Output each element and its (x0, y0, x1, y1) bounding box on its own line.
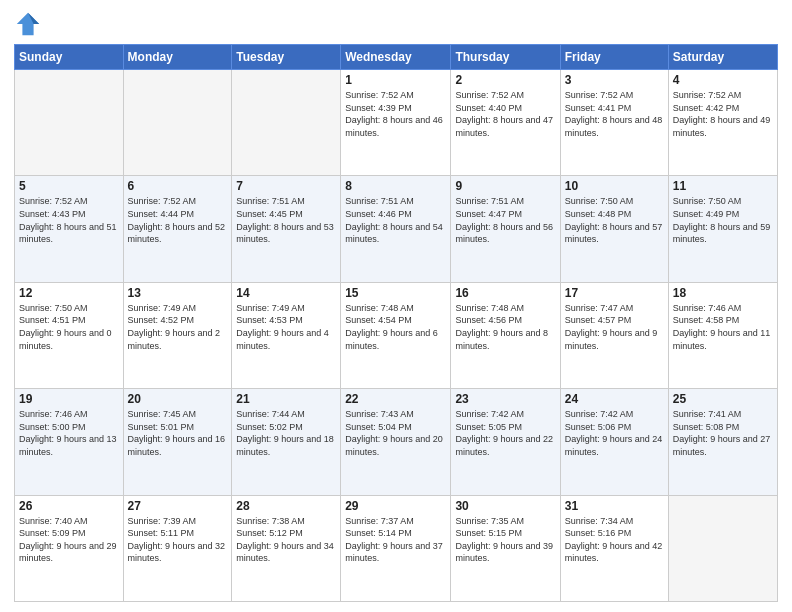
column-header-sunday: Sunday (15, 45, 124, 70)
calendar-cell (232, 70, 341, 176)
cell-content: Sunrise: 7:46 AM Sunset: 5:00 PM Dayligh… (19, 408, 119, 458)
day-number: 6 (128, 179, 228, 193)
calendar-cell: 10Sunrise: 7:50 AM Sunset: 4:48 PM Dayli… (560, 176, 668, 282)
day-number: 11 (673, 179, 773, 193)
day-number: 3 (565, 73, 664, 87)
calendar-cell: 16Sunrise: 7:48 AM Sunset: 4:56 PM Dayli… (451, 282, 560, 388)
cell-content: Sunrise: 7:50 AM Sunset: 4:49 PM Dayligh… (673, 195, 773, 245)
logo (14, 10, 46, 38)
day-number: 4 (673, 73, 773, 87)
logo-icon (14, 10, 42, 38)
calendar-cell: 7Sunrise: 7:51 AM Sunset: 4:45 PM Daylig… (232, 176, 341, 282)
day-number: 27 (128, 499, 228, 513)
calendar-cell: 12Sunrise: 7:50 AM Sunset: 4:51 PM Dayli… (15, 282, 124, 388)
calendar-cell: 1Sunrise: 7:52 AM Sunset: 4:39 PM Daylig… (341, 70, 451, 176)
calendar-cell: 14Sunrise: 7:49 AM Sunset: 4:53 PM Dayli… (232, 282, 341, 388)
calendar-cell: 25Sunrise: 7:41 AM Sunset: 5:08 PM Dayli… (668, 389, 777, 495)
calendar-cell: 3Sunrise: 7:52 AM Sunset: 4:41 PM Daylig… (560, 70, 668, 176)
cell-content: Sunrise: 7:52 AM Sunset: 4:40 PM Dayligh… (455, 89, 555, 139)
day-number: 9 (455, 179, 555, 193)
calendar-cell: 11Sunrise: 7:50 AM Sunset: 4:49 PM Dayli… (668, 176, 777, 282)
calendar-cell: 22Sunrise: 7:43 AM Sunset: 5:04 PM Dayli… (341, 389, 451, 495)
calendar-cell: 28Sunrise: 7:38 AM Sunset: 5:12 PM Dayli… (232, 495, 341, 601)
day-number: 14 (236, 286, 336, 300)
column-header-friday: Friday (560, 45, 668, 70)
day-number: 25 (673, 392, 773, 406)
cell-content: Sunrise: 7:49 AM Sunset: 4:52 PM Dayligh… (128, 302, 228, 352)
calendar-cell: 27Sunrise: 7:39 AM Sunset: 5:11 PM Dayli… (123, 495, 232, 601)
day-number: 8 (345, 179, 446, 193)
cell-content: Sunrise: 7:37 AM Sunset: 5:14 PM Dayligh… (345, 515, 446, 565)
day-number: 26 (19, 499, 119, 513)
cell-content: Sunrise: 7:51 AM Sunset: 4:46 PM Dayligh… (345, 195, 446, 245)
calendar-cell: 5Sunrise: 7:52 AM Sunset: 4:43 PM Daylig… (15, 176, 124, 282)
cell-content: Sunrise: 7:50 AM Sunset: 4:48 PM Dayligh… (565, 195, 664, 245)
day-number: 31 (565, 499, 664, 513)
calendar-cell: 21Sunrise: 7:44 AM Sunset: 5:02 PM Dayli… (232, 389, 341, 495)
day-number: 15 (345, 286, 446, 300)
calendar-cell: 30Sunrise: 7:35 AM Sunset: 5:15 PM Dayli… (451, 495, 560, 601)
cell-content: Sunrise: 7:52 AM Sunset: 4:42 PM Dayligh… (673, 89, 773, 139)
column-header-tuesday: Tuesday (232, 45, 341, 70)
column-header-thursday: Thursday (451, 45, 560, 70)
cell-content: Sunrise: 7:39 AM Sunset: 5:11 PM Dayligh… (128, 515, 228, 565)
cell-content: Sunrise: 7:41 AM Sunset: 5:08 PM Dayligh… (673, 408, 773, 458)
cell-content: Sunrise: 7:42 AM Sunset: 5:05 PM Dayligh… (455, 408, 555, 458)
cell-content: Sunrise: 7:34 AM Sunset: 5:16 PM Dayligh… (565, 515, 664, 565)
cell-content: Sunrise: 7:49 AM Sunset: 4:53 PM Dayligh… (236, 302, 336, 352)
cell-content: Sunrise: 7:44 AM Sunset: 5:02 PM Dayligh… (236, 408, 336, 458)
day-number: 23 (455, 392, 555, 406)
day-number: 30 (455, 499, 555, 513)
calendar-cell (15, 70, 124, 176)
header-row: SundayMondayTuesdayWednesdayThursdayFrid… (15, 45, 778, 70)
day-number: 1 (345, 73, 446, 87)
calendar-cell: 31Sunrise: 7:34 AM Sunset: 5:16 PM Dayli… (560, 495, 668, 601)
cell-content: Sunrise: 7:50 AM Sunset: 4:51 PM Dayligh… (19, 302, 119, 352)
day-number: 12 (19, 286, 119, 300)
cell-content: Sunrise: 7:48 AM Sunset: 4:54 PM Dayligh… (345, 302, 446, 352)
calendar: SundayMondayTuesdayWednesdayThursdayFrid… (14, 44, 778, 602)
column-header-saturday: Saturday (668, 45, 777, 70)
calendar-cell: 4Sunrise: 7:52 AM Sunset: 4:42 PM Daylig… (668, 70, 777, 176)
day-number: 20 (128, 392, 228, 406)
day-number: 7 (236, 179, 336, 193)
calendar-week-4: 26Sunrise: 7:40 AM Sunset: 5:09 PM Dayli… (15, 495, 778, 601)
page: SundayMondayTuesdayWednesdayThursdayFrid… (0, 0, 792, 612)
day-number: 2 (455, 73, 555, 87)
day-number: 13 (128, 286, 228, 300)
cell-content: Sunrise: 7:35 AM Sunset: 5:15 PM Dayligh… (455, 515, 555, 565)
cell-content: Sunrise: 7:48 AM Sunset: 4:56 PM Dayligh… (455, 302, 555, 352)
cell-content: Sunrise: 7:38 AM Sunset: 5:12 PM Dayligh… (236, 515, 336, 565)
cell-content: Sunrise: 7:51 AM Sunset: 4:45 PM Dayligh… (236, 195, 336, 245)
cell-content: Sunrise: 7:52 AM Sunset: 4:41 PM Dayligh… (565, 89, 664, 139)
calendar-week-0: 1Sunrise: 7:52 AM Sunset: 4:39 PM Daylig… (15, 70, 778, 176)
calendar-cell: 26Sunrise: 7:40 AM Sunset: 5:09 PM Dayli… (15, 495, 124, 601)
calendar-cell (668, 495, 777, 601)
calendar-week-1: 5Sunrise: 7:52 AM Sunset: 4:43 PM Daylig… (15, 176, 778, 282)
day-number: 24 (565, 392, 664, 406)
cell-content: Sunrise: 7:43 AM Sunset: 5:04 PM Dayligh… (345, 408, 446, 458)
cell-content: Sunrise: 7:45 AM Sunset: 5:01 PM Dayligh… (128, 408, 228, 458)
cell-content: Sunrise: 7:40 AM Sunset: 5:09 PM Dayligh… (19, 515, 119, 565)
cell-content: Sunrise: 7:52 AM Sunset: 4:43 PM Dayligh… (19, 195, 119, 245)
day-number: 22 (345, 392, 446, 406)
day-number: 19 (19, 392, 119, 406)
calendar-cell: 19Sunrise: 7:46 AM Sunset: 5:00 PM Dayli… (15, 389, 124, 495)
cell-content: Sunrise: 7:52 AM Sunset: 4:39 PM Dayligh… (345, 89, 446, 139)
day-number: 10 (565, 179, 664, 193)
calendar-cell: 6Sunrise: 7:52 AM Sunset: 4:44 PM Daylig… (123, 176, 232, 282)
column-header-monday: Monday (123, 45, 232, 70)
calendar-cell: 29Sunrise: 7:37 AM Sunset: 5:14 PM Dayli… (341, 495, 451, 601)
calendar-cell: 23Sunrise: 7:42 AM Sunset: 5:05 PM Dayli… (451, 389, 560, 495)
calendar-cell (123, 70, 232, 176)
cell-content: Sunrise: 7:52 AM Sunset: 4:44 PM Dayligh… (128, 195, 228, 245)
calendar-cell: 9Sunrise: 7:51 AM Sunset: 4:47 PM Daylig… (451, 176, 560, 282)
calendar-cell: 13Sunrise: 7:49 AM Sunset: 4:52 PM Dayli… (123, 282, 232, 388)
cell-content: Sunrise: 7:46 AM Sunset: 4:58 PM Dayligh… (673, 302, 773, 352)
calendar-cell: 18Sunrise: 7:46 AM Sunset: 4:58 PM Dayli… (668, 282, 777, 388)
calendar-cell: 8Sunrise: 7:51 AM Sunset: 4:46 PM Daylig… (341, 176, 451, 282)
day-number: 5 (19, 179, 119, 193)
calendar-cell: 24Sunrise: 7:42 AM Sunset: 5:06 PM Dayli… (560, 389, 668, 495)
cell-content: Sunrise: 7:42 AM Sunset: 5:06 PM Dayligh… (565, 408, 664, 458)
calendar-cell: 2Sunrise: 7:52 AM Sunset: 4:40 PM Daylig… (451, 70, 560, 176)
